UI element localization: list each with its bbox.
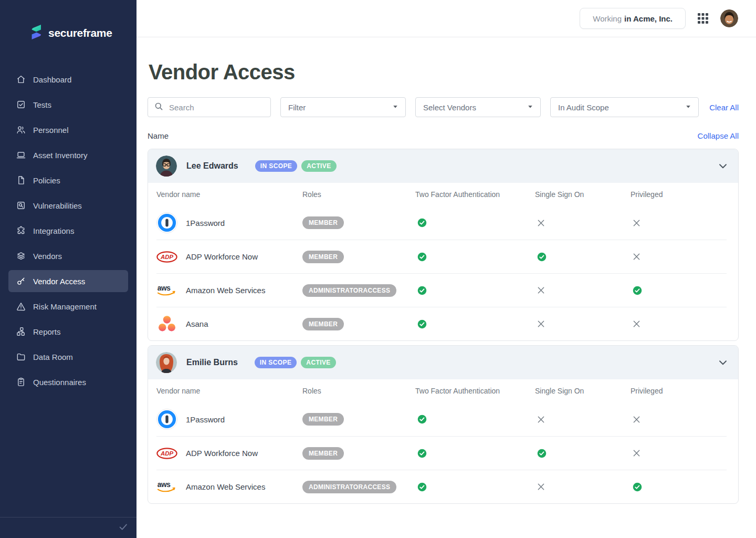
vendor-row-asana: Asana MEMBER [156,307,727,340]
svg-text:aws: aws [158,481,171,489]
clipboard-icon [16,377,26,387]
person-badges: IN SCOPEACTIVE [255,357,336,368]
person-avatar [156,156,177,177]
active-badge: ACTIVE [301,357,335,368]
privileged-status-check-icon [631,286,727,295]
page-title: Vendor Access [149,60,739,84]
sidebar-item-policies[interactable]: Policies [8,169,128,191]
filter-dropdowns: Filter Select Vendors In Audit Scope [280,97,699,117]
person-cards: Lee Edwards IN SCOPEACTIVE Vendor nameRo… [148,149,739,504]
person-name: Lee Edwards [186,161,238,171]
sidebar-item-vulnerabilities[interactable]: Vulnerabilities [8,194,128,216]
search-box-icon [16,200,26,211]
aws-logo-icon: aws [156,477,177,498]
in-audit-scope-dropdown[interactable]: In Audit Scope [550,97,699,117]
sso-status-check-icon [535,252,631,262]
person-badges: IN SCOPEACTIVE [255,160,337,172]
person-card-header[interactable]: Lee Edwards IN SCOPEACTIVE [148,149,738,183]
person-card-header[interactable]: Emilie Burns IN SCOPEACTIVE [148,346,738,379]
apps-grid-icon[interactable] [696,12,710,25]
sso-status-x-icon [535,483,631,491]
main-content: Vendor Access Filter Select Vendors In A… [136,37,756,538]
vendor-table: Vendor nameRolesTwo Factor Authenticatio… [148,379,738,503]
aws-logo-icon: aws [156,280,177,301]
person-card-emilie-burns: Emilie Burns IN SCOPEACTIVE Vendor nameR… [148,345,739,504]
active-badge: ACTIVE [301,160,336,172]
collapse-all-link[interactable]: Collapse All [698,131,739,140]
privileged-status-x-icon [631,416,727,423]
two-factor-status-check-icon [415,449,535,458]
svg-text:ADP: ADP [160,254,173,260]
clear-all-link[interactable]: Clear All [709,103,739,112]
sidebar-item-vendor-access[interactable]: Vendor Access [8,270,128,292]
filter-dropdown[interactable]: Filter [280,97,406,117]
person-avatar [156,352,177,373]
user-avatar[interactable] [720,9,738,27]
sidebar-item-tests[interactable]: Tests [8,94,128,116]
sidebar-item-data-room[interactable]: Data Room [8,346,128,368]
role-badge: ADMINISTRATORACCESS [302,284,396,297]
two-factor-status-check-icon [415,252,535,262]
column-header-roles: Roles [302,190,415,199]
file-icon [16,175,26,185]
asana-logo-icon [156,314,177,335]
vendor-name: Amazon Web Services [186,286,265,295]
vendor-name: 1Password [186,415,225,424]
two-factor-status-check-icon [415,286,535,295]
vendor-table-header: Vendor nameRolesTwo Factor Authenticatio… [156,183,727,206]
vendor-row-1password: 1Password MEMBER [156,402,727,436]
column-header-privileged: Privileged [631,387,727,395]
filter-row: Filter Select Vendors In Audit Scope Cle… [148,97,739,117]
privileged-status-x-icon [631,449,727,457]
select-vendors-dropdown[interactable]: Select Vendors [415,97,541,117]
privileged-status-x-icon [631,219,727,227]
chevron-down-icon[interactable] [717,357,729,368]
search-input[interactable] [168,102,264,112]
sidebar-item-vendors[interactable]: Vendors [8,245,128,267]
vendor-row-adp-workforce-now: ADP ADP Workforce Now MEMBER [156,240,727,273]
sidebar-item-questionnaires[interactable]: Questionnaires [8,371,128,393]
sidebar-item-integrations[interactable]: Integrations [8,220,128,242]
brand: secureframe [0,0,136,42]
sidebar-item-personnel[interactable]: Personnel [8,119,128,141]
list-header: Name Collapse All [148,131,739,140]
search-icon [154,102,163,113]
onepassword-logo-icon [156,409,177,430]
svg-text:aws: aws [158,284,171,292]
key-icon [16,276,26,286]
two-factor-status-check-icon [415,319,535,329]
role-badge: MEMBER [302,216,344,229]
workspace-switcher-button[interactable]: Working in Acme, Inc. [580,8,686,29]
sidebar-footer-check-icon[interactable] [118,521,129,535]
vendor-row-1password: 1Password MEMBER [156,206,727,240]
in-scope-badge: IN SCOPE [255,357,297,368]
sso-status-check-icon [535,449,631,458]
role-badge: ADMINISTRATORACCESS [302,481,396,493]
privileged-status-x-icon [631,320,727,328]
alert-triangle-icon [16,301,26,312]
home-icon [16,74,26,85]
brand-name: secureframe [48,27,112,39]
column-header-vendor-name: Vendor name [156,190,302,199]
role-badge: MEMBER [302,447,344,460]
role-badge: MEMBER [302,413,344,426]
two-factor-status-check-icon [415,218,535,227]
column-header-two-factor-authentication: Two Factor Authentication [415,190,535,199]
layers-icon [16,251,26,261]
vendor-name: Asana [186,319,208,328]
chevron-down-icon[interactable] [717,160,729,172]
column-header-single-sign-on: Single Sign On [535,190,631,199]
person-name: Emilie Burns [186,358,238,367]
sidebar-item-risk-management[interactable]: Risk Management [8,295,128,317]
person-card-lee-edwards: Lee Edwards IN SCOPEACTIVE Vendor nameRo… [148,149,739,341]
workspace-prefix: Working [593,14,622,23]
role-badge: MEMBER [302,318,344,330]
folder-icon [16,351,26,362]
sidebar-item-reports[interactable]: Reports [8,320,128,343]
sso-status-x-icon [535,320,631,328]
sidebar-item-asset-inventory[interactable]: Asset Inventory [8,144,128,166]
sidebar-item-dashboard[interactable]: Dashboard [8,68,128,90]
sso-status-x-icon [535,219,631,227]
topbar: Working in Acme, Inc. [136,0,756,37]
secureframe-logo-icon [29,24,43,42]
